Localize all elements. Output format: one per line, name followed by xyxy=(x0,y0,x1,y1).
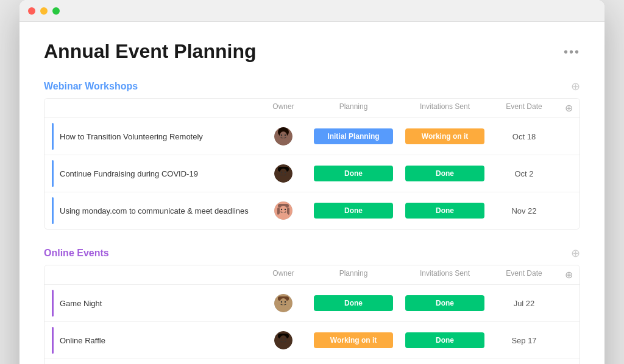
col-name-header xyxy=(44,102,259,114)
col-date-header: Event Date xyxy=(491,269,558,281)
invitations-badge[interactable]: Done xyxy=(405,295,484,311)
svg-point-17 xyxy=(281,209,282,210)
avatar xyxy=(274,127,292,145)
planning-badge[interactable]: Done xyxy=(314,166,393,181)
row-name-text: Game Night xyxy=(60,299,252,308)
row-name-text: How to Transition Volunteering Remotely xyxy=(60,132,252,141)
more-menu-button[interactable]: ••• xyxy=(564,40,580,59)
invitations-cell[interactable]: Done xyxy=(399,331,491,349)
svg-point-19 xyxy=(278,212,289,220)
col-name-header xyxy=(44,269,259,281)
planning-cell[interactable]: Working on it xyxy=(308,331,399,349)
row-name-cell: Online Raffle xyxy=(44,322,259,359)
avatar xyxy=(274,164,292,183)
row-name-text: Online Raffle xyxy=(60,336,252,345)
row-name-cell: Game Night xyxy=(44,285,259,321)
svg-point-10 xyxy=(285,172,286,173)
sections-container: Webinar Workshops⊕OwnerPlanningInvitatio… xyxy=(44,80,580,364)
svg-point-3 xyxy=(281,135,282,136)
owner-cell xyxy=(259,331,308,349)
planning-cell[interactable]: Done xyxy=(308,164,399,183)
avatar xyxy=(274,331,292,349)
col-invitations-header: Invitations Sent xyxy=(399,269,491,281)
svg-point-4 xyxy=(285,135,286,136)
table-row: Online Raffle Working on itDoneSep 17 xyxy=(44,322,580,359)
maximize-dot[interactable] xyxy=(52,7,60,15)
svg-point-24 xyxy=(285,301,286,303)
table-row: Game Night DoneDoneJul 22 xyxy=(44,285,580,322)
row-color-bar xyxy=(52,290,54,317)
add-section-button-online[interactable]: ⊕ xyxy=(571,247,580,260)
page-header: Annual Event Planning ••• xyxy=(44,40,580,63)
titlebar xyxy=(20,0,604,22)
col-add-header[interactable]: ⊕ xyxy=(558,269,580,281)
svg-point-25 xyxy=(278,305,289,312)
svg-point-5 xyxy=(278,138,289,145)
planning-cell[interactable]: Done xyxy=(308,294,399,312)
row-name-cell: Using monday.com to communicate & meet d… xyxy=(44,192,259,229)
section-title-online: Online Events xyxy=(44,248,109,259)
row-color-bar xyxy=(52,327,54,354)
svg-point-29 xyxy=(281,338,282,340)
svg-point-9 xyxy=(281,172,282,173)
planning-badge[interactable]: Working on it xyxy=(314,332,393,348)
section-webinar: Webinar Workshops⊕OwnerPlanningInvitatio… xyxy=(44,80,580,229)
owner-cell xyxy=(259,294,308,312)
avatar xyxy=(274,294,292,312)
section-title-webinar: Webinar Workshops xyxy=(44,81,138,92)
table-row: Using monday.com to communicate & meet d… xyxy=(44,192,580,229)
planning-cell[interactable]: Done xyxy=(308,201,399,220)
date-cell: Oct 18 xyxy=(491,132,558,141)
col-owner-header: Owner xyxy=(259,102,308,114)
col-planning-header: Planning xyxy=(308,269,399,281)
invitations-badge[interactable]: Done xyxy=(405,203,484,219)
close-dot[interactable] xyxy=(28,7,35,15)
add-section-button-webinar[interactable]: ⊕ xyxy=(571,80,580,93)
table-header-webinar: OwnerPlanningInvitations SentEvent Date⊕ xyxy=(44,99,580,118)
section-header-online: Online Events⊕ xyxy=(44,247,580,260)
owner-cell xyxy=(259,127,308,145)
svg-point-30 xyxy=(285,338,286,340)
row-color-bar xyxy=(52,160,54,187)
row-color-bar xyxy=(52,197,54,224)
app-window: Annual Event Planning ••• Webinar Worksh… xyxy=(20,0,604,364)
date-cell: Sep 17 xyxy=(491,336,558,345)
planning-badge[interactable]: Done xyxy=(314,203,393,219)
table-header-online: OwnerPlanningInvitations SentEvent Date⊕ xyxy=(44,265,580,285)
table-row: How to Transition Volunteering Remotely … xyxy=(44,118,580,155)
col-date-header: Event Date xyxy=(491,102,558,114)
planning-badge[interactable]: Initial Planning xyxy=(314,128,393,144)
svg-point-11 xyxy=(278,175,289,183)
avatar xyxy=(274,201,292,220)
invitations-badge[interactable]: Done xyxy=(405,332,484,348)
invitations-cell[interactable]: Done xyxy=(399,294,491,312)
svg-point-23 xyxy=(281,301,282,303)
col-add-header[interactable]: ⊕ xyxy=(558,102,580,114)
invitations-cell[interactable]: Working on it xyxy=(399,127,491,145)
invitations-badge[interactable]: Done xyxy=(405,166,484,181)
table-webinar: OwnerPlanningInvitations SentEvent Date⊕… xyxy=(44,98,580,229)
main-content: Annual Event Planning ••• Webinar Worksh… xyxy=(20,22,604,364)
row-name-text: Using monday.com to communicate & meet d… xyxy=(60,206,252,215)
planning-badge[interactable]: Done xyxy=(314,295,393,311)
owner-cell xyxy=(259,201,308,220)
row-color-bar xyxy=(52,123,54,150)
row-name-text: Continue Fundraising during COVID-19 xyxy=(60,169,252,178)
invitations-cell[interactable]: Done xyxy=(399,164,491,183)
invitations-cell[interactable]: Done xyxy=(399,201,491,220)
col-owner-header: Owner xyxy=(259,269,308,281)
table-row: Auction Night Initial PlanningNot starte… xyxy=(44,359,580,364)
row-name-cell: Auction Night xyxy=(44,359,259,364)
col-invitations-header: Invitations Sent xyxy=(399,102,491,114)
invitations-badge[interactable]: Working on it xyxy=(405,128,484,144)
svg-point-18 xyxy=(285,209,286,210)
owner-cell xyxy=(259,164,308,183)
minimize-dot[interactable] xyxy=(40,7,48,15)
svg-point-31 xyxy=(278,342,289,349)
page-title: Annual Event Planning xyxy=(44,40,256,63)
date-cell: Nov 22 xyxy=(491,206,558,215)
date-cell: Oct 2 xyxy=(491,169,558,178)
planning-cell[interactable]: Initial Planning xyxy=(308,127,399,145)
col-planning-header: Planning xyxy=(308,102,399,114)
section-header-webinar: Webinar Workshops⊕ xyxy=(44,80,580,93)
